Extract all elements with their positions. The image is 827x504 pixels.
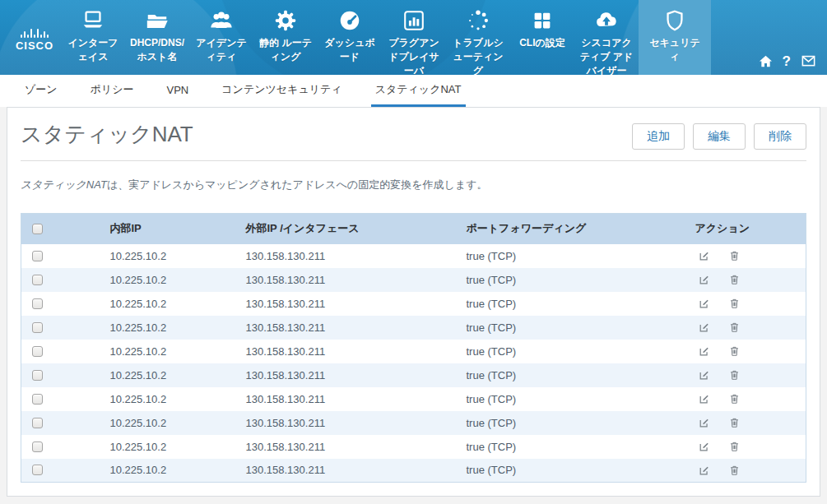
port-forwarding-cell: true (TCP) [467, 435, 695, 459]
nav-item-security[interactable]: セキュリティ [639, 0, 711, 75]
row-checkbox[interactable] [32, 275, 43, 285]
folder-icon [125, 7, 189, 34]
delete-row-icon[interactable] [729, 298, 740, 309]
table-row: 10.225.10.2 130.158.130.211 true (TCP) [21, 268, 806, 292]
row-actions [695, 274, 806, 285]
nav-item-cli-settings[interactable]: CLIの設定 [510, 0, 574, 75]
add-button[interactable]: 追加 [632, 123, 685, 150]
nav-item-plug-and-play-server[interactable]: プラグアンドプレイサーバ [382, 0, 446, 75]
port-forwarding-cell: true (TCP) [467, 268, 695, 292]
select-all-checkbox[interactable] [32, 224, 43, 234]
port-forwarding-cell: true (TCP) [467, 316, 695, 340]
column-header-port-forwarding: ポートフォワーディング [467, 214, 695, 244]
edit-row-icon[interactable] [699, 321, 710, 333]
nav-item-dhcp-dns-hostname[interactable]: DHCP/DNS/ホスト名 [125, 0, 189, 75]
cloud-upload-icon [574, 7, 639, 34]
nav-item-static-routing[interactable]: 静的 ルーティング [253, 0, 318, 75]
internal-ip-cell: 10.225.10.2 [110, 435, 246, 459]
row-checkbox[interactable] [32, 465, 43, 475]
delete-row-icon[interactable] [729, 345, 740, 357]
tab-policy[interactable]: ポリシー [86, 75, 138, 107]
edit-row-icon[interactable] [699, 250, 710, 261]
row-checkbox[interactable] [32, 442, 43, 452]
port-forwarding-cell: true (TCP) [467, 363, 695, 387]
row-actions [695, 465, 806, 476]
internal-ip-cell: 10.225.10.2 [110, 340, 246, 363]
tab-content-security[interactable]: コンテンツセキュリティ [217, 75, 346, 107]
column-header-actions: アクション [695, 214, 806, 244]
edit-row-icon[interactable] [699, 417, 710, 428]
edit-row-icon[interactable] [699, 393, 710, 405]
nav-item-cisco-active-advisor[interactable]: シスコアクティブ アドバイザー [574, 0, 639, 75]
delete-row-icon[interactable] [729, 250, 740, 261]
delete-row-icon[interactable] [729, 441, 740, 452]
delete-row-icon[interactable] [729, 465, 740, 476]
row-actions [695, 369, 806, 381]
row-actions [695, 417, 806, 428]
port-forwarding-cell: true (TCP) [467, 459, 695, 483]
edit-button[interactable]: 編集 [693, 123, 746, 150]
external-ip-cell: 130.158.130.211 [246, 363, 467, 387]
nat-table-body: 10.225.10.2 130.158.130.211 true (TCP) 1… [21, 244, 806, 483]
title-divider [21, 160, 806, 161]
tab-static-nat[interactable]: スタティックNAT [371, 75, 466, 107]
row-actions [695, 321, 806, 333]
cisco-logo: CISCO [8, 0, 61, 75]
row-checkbox[interactable] [32, 394, 43, 405]
page-title: スタティックNAT [21, 120, 193, 148]
cisco-logo-bars-icon [21, 28, 49, 38]
shield-icon [639, 7, 711, 34]
table-row: 10.225.10.2 130.158.130.211 true (TCP) [21, 363, 806, 387]
delete-row-icon[interactable] [729, 369, 740, 381]
nav-item-identity[interactable]: アイデンティティ [189, 0, 253, 75]
external-ip-cell: 130.158.130.211 [246, 244, 467, 268]
table-row: 10.225.10.2 130.158.130.211 true (TCP) [21, 387, 806, 411]
tab-zones[interactable]: ゾーン [21, 75, 62, 107]
row-checkbox[interactable] [32, 418, 43, 428]
help-icon[interactable]: ? [783, 54, 791, 68]
external-ip-cell: 130.158.130.211 [246, 411, 467, 435]
edit-row-icon[interactable] [699, 465, 710, 476]
gauge-icon [318, 7, 382, 34]
external-ip-cell: 130.158.130.211 [246, 435, 467, 459]
nav-item-interfaces[interactable]: インターフェイス [61, 0, 125, 75]
grid-icon [510, 7, 574, 34]
nav-item-troubleshooting[interactable]: トラブルシューティング [446, 0, 510, 75]
row-checkbox[interactable] [32, 370, 43, 381]
spinner-icon [446, 7, 510, 34]
row-actions [695, 250, 806, 261]
cisco-logo-text: CISCO [16, 39, 53, 52]
edit-row-icon[interactable] [699, 345, 710, 357]
internal-ip-cell: 10.225.10.2 [110, 244, 246, 268]
row-actions [695, 298, 806, 309]
row-checkbox[interactable] [32, 298, 43, 309]
mail-icon[interactable] [800, 53, 817, 69]
tab-vpn[interactable]: VPN [163, 75, 193, 107]
delete-row-icon[interactable] [729, 274, 740, 285]
edit-row-icon[interactable] [699, 441, 710, 452]
table-action-buttons: 追加 編集 削除 [632, 123, 806, 150]
port-forwarding-cell: true (TCP) [467, 292, 695, 316]
delete-button[interactable]: 削除 [754, 123, 806, 150]
row-checkbox[interactable] [32, 322, 43, 333]
column-header-internal-ip: 内部IP [110, 214, 246, 244]
edit-row-icon[interactable] [699, 298, 710, 309]
internal-ip-cell: 10.225.10.2 [110, 387, 246, 411]
delete-row-icon[interactable] [729, 393, 740, 405]
row-checkbox[interactable] [32, 251, 43, 261]
row-checkbox[interactable] [32, 346, 43, 357]
delete-row-icon[interactable] [729, 321, 740, 333]
row-actions [695, 393, 806, 405]
delete-row-icon[interactable] [729, 417, 740, 428]
nav-item-dashboard[interactable]: ダッシュボード [318, 0, 382, 75]
edit-row-icon[interactable] [699, 369, 710, 381]
static-nat-table: 内部IP 外部IP /インタフェース ポートフォワーディング アクション 10.… [21, 213, 806, 483]
bar-chart-icon [382, 7, 446, 34]
home-icon[interactable] [758, 53, 774, 69]
column-header-external-ip: 外部IP /インタフェース [246, 214, 467, 244]
static-nat-panel: スタティックNAT 追加 編集 削除 スタティックNATは、実アドレスからマッピ… [7, 107, 820, 497]
users-icon [189, 7, 253, 34]
top-nav-items: インターフェイス DHCP/DNS/ホスト名 アイデンティティ 静的 ルーティン… [61, 0, 711, 75]
edit-row-icon[interactable] [699, 274, 710, 285]
external-ip-cell: 130.158.130.211 [246, 340, 467, 363]
